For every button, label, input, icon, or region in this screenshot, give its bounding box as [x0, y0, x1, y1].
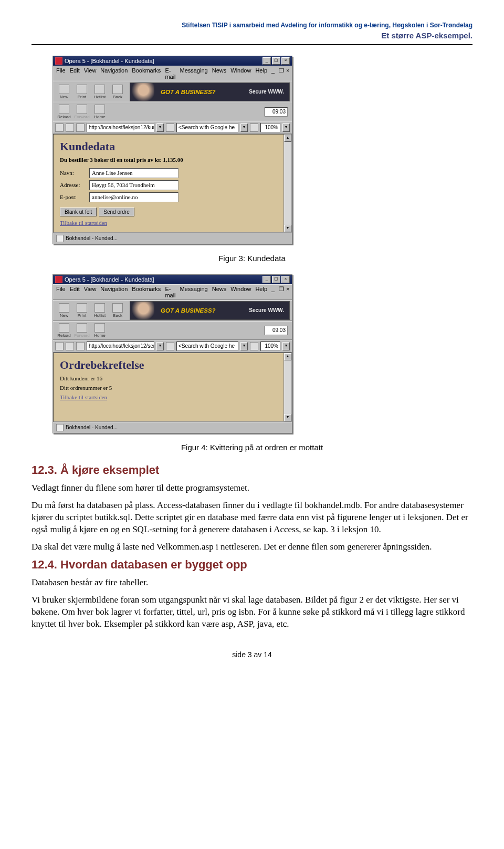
toolbar-nav: Reload Forward Home 09:03 [53, 102, 292, 121]
search-go-icon[interactable] [250, 342, 258, 350]
banner-face-image [130, 302, 154, 319]
menu-email[interactable]: E-mail [165, 67, 175, 80]
wand-icon[interactable] [66, 123, 74, 132]
menubar[interactable]: File Edit View Navigation Bookmarks E-ma… [53, 66, 292, 81]
close-button[interactable]: × [281, 276, 290, 283]
tool-home[interactable]: Home [91, 103, 109, 120]
status-bar: Bokhandel - Kunded... [53, 233, 292, 244]
adresse-input[interactable]: Høygt 56, 7034 Trondheim [89, 180, 178, 190]
menu-view[interactable]: View [84, 67, 97, 80]
wand-icon[interactable] [66, 342, 74, 350]
zoom-dropdown-icon[interactable]: ▾ [282, 342, 290, 350]
epost-input[interactable]: annelise@online.no [89, 192, 178, 202]
tool-home-label: Home [94, 333, 105, 338]
tool-print[interactable]: Print [73, 84, 91, 100]
menu-help[interactable]: Help [255, 286, 267, 298]
ad-banner[interactable]: GOT A BUSINESS? Secure WWW. [130, 301, 290, 320]
status-doc-icon [56, 424, 64, 431]
close-button[interactable]: × [281, 57, 290, 65]
doc-minimize-button[interactable]: _ [271, 286, 278, 291]
figure-3-caption: Figur 3: Kundedata [32, 254, 472, 263]
scroll-down-icon[interactable]: ▾ [284, 414, 291, 421]
menu-navigation[interactable]: Navigation [100, 286, 128, 298]
scroll-track[interactable] [284, 142, 291, 225]
bookmark-icon[interactable] [55, 123, 64, 132]
tool-hotlist[interactable]: Hotlist [91, 84, 109, 100]
doc-restore-button[interactable]: ❐ [279, 286, 285, 291]
back-link[interactable]: Tilbake til startsiden [60, 220, 277, 226]
maximize-button[interactable]: ▢ [272, 276, 280, 283]
reload-icon [59, 105, 69, 114]
blank-button[interactable]: Blank ut felt [60, 208, 97, 216]
scroll-up-icon[interactable]: ▴ [284, 353, 291, 360]
tool-back[interactable]: Back [109, 302, 127, 319]
menu-news[interactable]: News [212, 67, 227, 80]
search-dropdown-icon[interactable]: ▾ [240, 123, 248, 132]
menu-news[interactable]: News [212, 286, 227, 298]
menu-navigation[interactable]: Navigation [100, 67, 128, 80]
bookmark-icon[interactable] [55, 342, 64, 350]
navn-input[interactable]: Anne Lise Jensen [89, 168, 178, 178]
tool-reload[interactable]: Reload [55, 322, 73, 339]
tool-back[interactable]: Back [109, 84, 127, 100]
sec124-p2: Vi bruker skjermbildene foran som utgang… [32, 594, 472, 630]
search-input[interactable]: <Search with Google he [176, 341, 238, 351]
tool-reload[interactable]: Reload [55, 103, 73, 120]
menu-messaging[interactable]: Messaging [180, 286, 208, 298]
menu-file[interactable]: File [56, 286, 66, 298]
tool-print[interactable]: Print [73, 302, 91, 319]
menu-bookmarks[interactable]: Bookmarks [132, 67, 161, 80]
scroll-up-icon[interactable]: ▴ [284, 134, 291, 142]
send-button[interactable]: Send ordre [99, 208, 134, 216]
doc-minimize-button[interactable]: _ [271, 67, 278, 73]
tool-new[interactable]: New [55, 84, 73, 100]
menu-email[interactable]: E-mail [165, 286, 175, 298]
doc-close-button[interactable]: × [286, 286, 292, 291]
page-title: Kundedata [60, 140, 277, 153]
tool-home[interactable]: Home [91, 322, 109, 339]
menu-window[interactable]: Window [230, 286, 251, 298]
minimize-button[interactable]: _ [262, 57, 271, 65]
maximize-button[interactable]: ▢ [272, 57, 280, 65]
scroll-track[interactable] [284, 360, 291, 414]
back-link[interactable]: Tilbake til startsiden [60, 394, 277, 400]
vertical-scrollbar[interactable]: ▴ ▾ [284, 134, 291, 232]
search-dropdown-icon[interactable]: ▾ [240, 342, 248, 350]
scroll-down-icon[interactable]: ▾ [284, 225, 291, 232]
search-go-icon[interactable] [250, 123, 258, 132]
doc-close-button[interactable]: × [286, 67, 292, 73]
menu-edit[interactable]: Edit [70, 67, 80, 80]
figure-4-screenshot: Opera 5 - [Bokhandel - Kundedata] _ ▢ × … [52, 274, 292, 433]
menu-file[interactable]: File [56, 67, 66, 80]
tool-new-label: New [60, 313, 68, 318]
address-input[interactable]: http://localhost/leksjon12/sendordre.asp [87, 341, 154, 351]
menu-edit[interactable]: Edit [70, 286, 80, 298]
doc-icon[interactable] [76, 123, 85, 132]
go-icon[interactable] [166, 123, 174, 132]
zoom-input[interactable]: 100% [260, 123, 280, 132]
menu-view[interactable]: View [84, 286, 97, 298]
minimize-button[interactable]: _ [262, 276, 271, 283]
doc-icon[interactable] [76, 342, 85, 350]
status-doc-icon [56, 235, 64, 242]
menu-window[interactable]: Window [230, 67, 251, 80]
zoom-dropdown-icon[interactable]: ▾ [282, 123, 290, 132]
tool-hotlist[interactable]: Hotlist [91, 302, 109, 319]
vertical-scrollbar[interactable]: ▴ ▾ [284, 353, 291, 421]
tool-new[interactable]: New [55, 302, 73, 319]
menubar[interactable]: File Edit View Navigation Bookmarks E-ma… [53, 284, 292, 300]
hotlist-icon [94, 303, 105, 313]
menu-messaging[interactable]: Messaging [180, 67, 208, 80]
address-dropdown-icon[interactable]: ▾ [156, 123, 164, 132]
tool-home-label: Home [94, 115, 105, 119]
address-dropdown-icon[interactable]: ▾ [156, 342, 164, 350]
search-input[interactable]: <Search with Google he [176, 123, 238, 132]
menu-bookmarks[interactable]: Bookmarks [132, 286, 161, 298]
go-icon[interactable] [166, 342, 174, 350]
figure-3-screenshot: Opera 5 - [Bokhandel - Kundedata] _ ▢ × … [52, 56, 292, 244]
address-input[interactable]: http://localhost/leksjon12/kundedata.asp [87, 123, 154, 132]
doc-restore-button[interactable]: ❐ [279, 67, 285, 73]
menu-help[interactable]: Help [255, 67, 267, 80]
ad-banner[interactable]: GOT A BUSINESS? Secure WWW. [130, 82, 290, 101]
zoom-input[interactable]: 100% [260, 341, 280, 351]
